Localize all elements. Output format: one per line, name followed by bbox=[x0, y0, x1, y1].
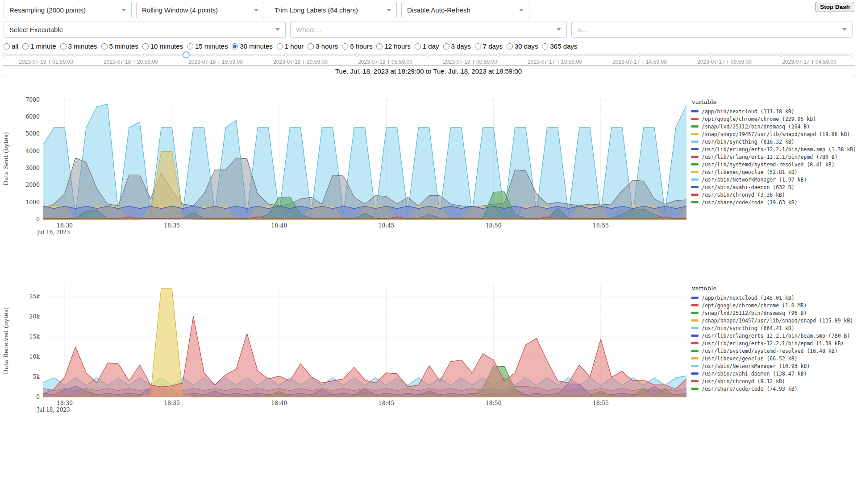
time-range-label: 365 days bbox=[550, 42, 577, 50]
legend-swatch bbox=[691, 163, 699, 165]
time-range-radio[interactable] bbox=[308, 43, 314, 50]
time-range-radio[interactable] bbox=[22, 43, 29, 50]
legend-item[interactable]: /usr/sbin/avahi-daemon (138.47 kB) bbox=[691, 370, 857, 377]
legend-item[interactable]: /usr/lib/erlang/erts-12.2.1/bin/epmd (1.… bbox=[691, 339, 857, 347]
time-range-radio[interactable] bbox=[542, 43, 548, 50]
time-range-radio[interactable] bbox=[232, 43, 238, 50]
time-range-option[interactable]: 1 minute bbox=[22, 42, 56, 50]
time-range-radio[interactable] bbox=[443, 43, 449, 50]
time-range-option[interactable]: 30 minutes bbox=[232, 42, 272, 50]
y-tick-label: 6000 bbox=[25, 113, 40, 120]
slider-tick bbox=[72, 53, 76, 57]
legend-item[interactable]: /usr/lib/systemd/systemd-resolved (16.48… bbox=[691, 347, 857, 355]
time-range-radio[interactable] bbox=[4, 43, 10, 50]
legend-item[interactable]: /opt/google/chrome/chrome (229.95 kB) bbox=[691, 115, 857, 123]
legend-item[interactable]: /usr/lib/systemd/systemd-resolved (8.41 … bbox=[691, 161, 857, 168]
auto-refresh-dropdown[interactable]: Disable Auto-Refresh bbox=[401, 2, 529, 18]
y-tick-label: 1000 bbox=[25, 199, 40, 206]
time-range-radio[interactable] bbox=[60, 43, 67, 50]
data-received-chart-section: 05k10k15k20k25kData Received (bytes)18:3… bbox=[1, 279, 857, 417]
time-range-option[interactable]: 12 hours bbox=[376, 42, 410, 50]
where-filter-input[interactable]: Where... bbox=[290, 21, 567, 38]
legend-label: /usr/sbin/NetworkManager (1.97 kB) bbox=[702, 177, 807, 183]
legend-swatch bbox=[691, 201, 699, 203]
legend-label: /usr/sbin/avahi-daemon (138.47 kB) bbox=[702, 371, 807, 377]
legend-item[interactable]: /usr/lib/erlang/erts-12.2.1/bin/beam.smp… bbox=[691, 145, 857, 153]
time-range-option[interactable]: 15 minutes bbox=[187, 42, 228, 50]
data-received-plot[interactable]: 05k10k15k20k25kData Received (bytes)18:3… bbox=[1, 279, 691, 417]
slider-tick bbox=[779, 53, 783, 57]
legend-item[interactable]: /usr/bin/syncthing (816.32 kB) bbox=[691, 138, 857, 145]
slider-date-label: 2023-07-17 T 09:59:00 bbox=[682, 59, 767, 65]
time-range-option[interactable]: 7 days bbox=[475, 42, 503, 50]
legend-item[interactable]: /usr/bin/syncthing (664.41 kB) bbox=[691, 324, 857, 332]
legend-label: /usr/lib/erlang/erts-12.2.1/bin/beam.smp… bbox=[702, 146, 856, 153]
time-range-label: 1 hour bbox=[285, 42, 304, 50]
time-range-radio[interactable] bbox=[415, 43, 421, 50]
time-range-label: 10 minutes bbox=[150, 42, 183, 50]
time-range-radio[interactable] bbox=[101, 43, 108, 50]
stop-dash-button[interactable]: Stop Dash bbox=[815, 2, 854, 12]
time-range-option[interactable]: all bbox=[4, 42, 18, 50]
legend-item[interactable]: /usr/share/code/code (19.63 kB) bbox=[691, 198, 857, 206]
legend-item[interactable]: /snap/lxd/25112/bin/dnsmasq (264 B) bbox=[691, 123, 857, 130]
legend-label: /usr/libexec/geoclue (52.81 kB) bbox=[702, 169, 798, 175]
slider-handle[interactable] bbox=[183, 51, 190, 58]
time-range-option[interactable]: 10 minutes bbox=[142, 42, 183, 50]
legend-item[interactable]: /usr/sbin/NetworkManager (10.93 kB) bbox=[691, 362, 857, 370]
time-range-radio[interactable] bbox=[507, 43, 513, 50]
legend-label: /usr/lib/erlang/erts-12.2.1/bin/epmd (1.… bbox=[702, 340, 844, 347]
legend-item[interactable]: /usr/sbin/chronyd (3.26 kB) bbox=[691, 191, 857, 198]
legend-item[interactable]: /app/bin/nextcloud (145.01 kB) bbox=[691, 294, 857, 302]
y-tick-label: 15k bbox=[29, 333, 40, 340]
legend-item[interactable]: /snap/snapd/19457/usr/lib/snapd/snapd (1… bbox=[691, 130, 857, 138]
slider-rail[interactable] bbox=[4, 54, 852, 56]
y-tick-label: 10k bbox=[29, 353, 40, 360]
time-range-label: all bbox=[12, 42, 18, 50]
time-range-radio[interactable] bbox=[342, 43, 348, 50]
legend-item[interactable]: /app/bin/nextcloud (111.18 kB) bbox=[691, 107, 857, 115]
time-range-label: 3 minutes bbox=[68, 42, 97, 50]
resampling-dropdown[interactable]: Resampling (2000 points) bbox=[4, 2, 132, 18]
where-placeholder: Where... bbox=[296, 26, 321, 33]
time-range-radio[interactable] bbox=[142, 43, 149, 50]
legend-label: /usr/sbin/chronyd (3.26 kB) bbox=[702, 192, 785, 198]
legend-label: /snap/snapd/19457/usr/lib/snapd/snapd (1… bbox=[702, 131, 850, 137]
legend-item[interactable]: /snap/lxd/25112/bin/dnsmasq (96 B) bbox=[691, 309, 857, 317]
time-range-option[interactable]: 3 days bbox=[443, 42, 471, 50]
time-range-radio[interactable] bbox=[376, 43, 383, 50]
legend-item[interactable]: /usr/lib/erlang/erts-12.2.1/bin/epmd (78… bbox=[691, 153, 857, 161]
legend-swatch bbox=[691, 342, 699, 344]
time-range-option[interactable]: 3 minutes bbox=[60, 42, 97, 50]
legend-item[interactable]: /usr/libexec/geoclue (66.52 kB) bbox=[691, 355, 857, 362]
time-range-option[interactable]: 5 minutes bbox=[101, 42, 138, 50]
time-range-radio[interactable] bbox=[475, 43, 481, 50]
slider-tick bbox=[143, 53, 147, 57]
legend-swatch bbox=[691, 388, 699, 390]
time-range-option[interactable]: 365 days bbox=[542, 42, 577, 50]
time-range-radio[interactable] bbox=[187, 43, 193, 50]
slider-date-label: 2023-07-17 T 14:59:00 bbox=[597, 59, 682, 65]
time-slider[interactable]: 2023-07-19 T 01:59:002023-07-18 T 20:59:… bbox=[4, 54, 852, 65]
legend-item[interactable]: /usr/sbin/avahi-daemon (632 B) bbox=[691, 183, 857, 191]
legend-swatch bbox=[691, 372, 699, 375]
time-range-option[interactable]: 30 days bbox=[507, 42, 538, 50]
legend-item[interactable]: /opt/google/chrome/chrome (1.0 MB) bbox=[691, 302, 857, 309]
time-range-option[interactable]: 1 hour bbox=[277, 42, 304, 50]
legend-item[interactable]: /usr/libexec/geoclue (52.81 kB) bbox=[691, 168, 857, 176]
legend-item[interactable]: /snap/snapd/19457/usr/lib/snapd/snapd (1… bbox=[691, 317, 857, 324]
legend-item[interactable]: /usr/share/code/code (74.93 kB) bbox=[691, 385, 857, 392]
y-tick-label: 7000 bbox=[25, 96, 40, 103]
is-filter-input[interactable]: Is... bbox=[571, 21, 853, 38]
select-executable-dropdown[interactable]: Select Executable bbox=[4, 21, 286, 38]
data-sent-plot[interactable]: 01000200030004000500060007000Data Sent (… bbox=[1, 93, 691, 240]
time-range-radio[interactable] bbox=[277, 43, 283, 50]
trim-labels-dropdown[interactable]: Trim Long Labels (64 chars) bbox=[269, 2, 397, 18]
legend-item[interactable]: /usr/sbin/NetworkManager (1.97 kB) bbox=[691, 176, 857, 183]
time-range-option[interactable]: 1 day bbox=[415, 42, 439, 50]
rolling-window-dropdown[interactable]: Rolling Window (4 points) bbox=[136, 2, 264, 18]
legend-item[interactable]: /usr/sbin/chronyd (8.12 kB) bbox=[691, 377, 857, 385]
legend-item[interactable]: /usr/lib/erlang/erts-12.2.1/bin/beam.smp… bbox=[691, 332, 857, 339]
time-range-option[interactable]: 6 hours bbox=[342, 42, 372, 50]
time-range-option[interactable]: 3 hours bbox=[308, 42, 338, 50]
